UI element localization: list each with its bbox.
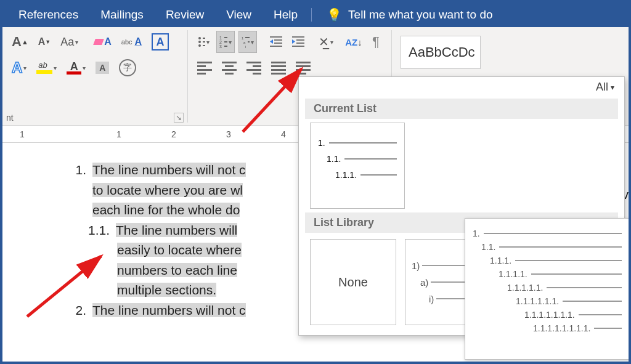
pilcrow-icon: ¶ bbox=[372, 34, 380, 50]
level-label: 1. bbox=[318, 138, 325, 148]
svg-text:1: 1 bbox=[219, 36, 222, 40]
list-number: 1.1. bbox=[58, 220, 116, 241]
character-shading-button[interactable]: A bbox=[92, 57, 112, 79]
level-label: 1.1. bbox=[327, 154, 341, 164]
text-effects-button[interactable]: A▾ bbox=[9, 57, 30, 79]
change-case-button[interactable]: Aa▾ bbox=[57, 31, 81, 53]
text-selection: The line numbers will not c bbox=[92, 163, 246, 177]
current-list-thumb[interactable]: 1. 1.1. 1.1.1. bbox=[310, 123, 405, 209]
svg-rect-1 bbox=[203, 38, 205, 39]
svg-point-4 bbox=[198, 44, 201, 47]
decrease-indent-button[interactable] bbox=[267, 31, 285, 53]
increase-indent-button[interactable] bbox=[289, 31, 307, 53]
character-border-button[interactable]: A bbox=[149, 31, 172, 53]
list-number: 1. bbox=[58, 160, 92, 180]
text-selection: The line numbers will not c bbox=[92, 303, 246, 317]
svg-rect-20 bbox=[274, 42, 282, 44]
align-center-icon bbox=[222, 62, 237, 75]
align-right-button[interactable] bbox=[243, 57, 264, 79]
svg-point-2 bbox=[198, 41, 201, 43]
shrink-font-button[interactable]: A▼ bbox=[35, 31, 54, 53]
text-selection: each line for the whole do bbox=[92, 203, 240, 217]
multilevel-list-button[interactable]: 1ai▾ bbox=[238, 31, 257, 53]
svg-rect-26 bbox=[292, 46, 304, 47]
tab-review[interactable]: Review bbox=[155, 2, 215, 27]
show-hide-paragraph-button[interactable]: ¶ bbox=[367, 31, 385, 53]
svg-rect-23 bbox=[292, 36, 304, 38]
tab-references[interactable]: References bbox=[7, 2, 89, 27]
svg-rect-5 bbox=[203, 45, 205, 46]
svg-rect-18 bbox=[270, 36, 282, 38]
svg-text:2: 2 bbox=[219, 40, 222, 44]
separator bbox=[311, 8, 312, 22]
multilevel-list-icon: 1ai bbox=[242, 36, 250, 48]
bullets-icon bbox=[197, 36, 205, 48]
tab-mailings[interactable]: Mailings bbox=[89, 2, 155, 27]
text-selection: easily to locate where bbox=[117, 243, 242, 257]
font-color-button[interactable]: A▾ bbox=[63, 57, 89, 79]
font-group-label: nt bbox=[6, 113, 14, 123]
svg-point-0 bbox=[198, 37, 201, 39]
lightbulb-icon: 💡 bbox=[327, 7, 342, 22]
clear-formatting-button[interactable]: A bbox=[91, 31, 115, 53]
level-label: a) bbox=[420, 277, 428, 288]
svg-rect-19 bbox=[274, 39, 282, 41]
level-label: i) bbox=[429, 294, 434, 304]
svg-rect-11 bbox=[224, 46, 227, 47]
svg-rect-7 bbox=[224, 37, 227, 38]
tab-view[interactable]: View bbox=[215, 2, 263, 27]
align-left-icon bbox=[197, 62, 212, 75]
svg-rect-3 bbox=[203, 41, 205, 42]
phonetic-guide-button[interactable]: abc A bbox=[118, 31, 145, 53]
justify-button[interactable] bbox=[268, 57, 289, 79]
highlight-color-button[interactable]: ▾ bbox=[33, 57, 60, 79]
increase-indent-icon bbox=[292, 36, 304, 47]
text-selection: to locate where you are wl bbox=[92, 183, 243, 197]
ruler-tick: 4 bbox=[281, 129, 286, 139]
font-group: A▲ A▼ Aa▾ A abc A A A▾ ▾ A▾ A 字 nt ↘ bbox=[2, 27, 187, 125]
grow-font-button[interactable]: A▲ bbox=[9, 31, 31, 53]
section-current-list: Current List bbox=[305, 99, 618, 119]
tab-help[interactable]: Help bbox=[263, 2, 309, 27]
level-label: 1) bbox=[412, 261, 420, 271]
text-selection: multiple sections. bbox=[117, 283, 216, 297]
svg-marker-22 bbox=[270, 39, 273, 44]
all-filter-dropdown[interactable]: All▾ bbox=[596, 81, 614, 94]
svg-marker-27 bbox=[292, 39, 295, 44]
distributed-icon bbox=[296, 62, 311, 75]
ribbon-tabs-bar: References Mailings Review View Help 💡 T… bbox=[2, 2, 629, 27]
align-center-button[interactable] bbox=[219, 57, 240, 79]
svg-rect-25 bbox=[296, 42, 304, 44]
align-left-button[interactable] bbox=[194, 57, 215, 79]
svg-text:i: i bbox=[245, 45, 246, 48]
justify-icon bbox=[271, 62, 286, 75]
font-dialog-launcher-icon[interactable]: ↘ bbox=[174, 113, 184, 123]
list-number: 2. bbox=[58, 301, 92, 321]
text-selection: numbers to each line bbox=[117, 263, 237, 277]
bullets-button[interactable]: ▾ bbox=[194, 31, 213, 53]
ruler-tick: 3 bbox=[226, 129, 231, 139]
svg-rect-21 bbox=[270, 46, 282, 47]
ruler-tick: 1 bbox=[116, 129, 121, 139]
decrease-indent-icon bbox=[270, 36, 282, 47]
numbering-button[interactable]: 123▾ bbox=[216, 31, 235, 53]
svg-text:3: 3 bbox=[219, 44, 222, 48]
svg-text:1: 1 bbox=[242, 36, 244, 40]
svg-rect-24 bbox=[296, 39, 304, 41]
svg-rect-9 bbox=[224, 41, 227, 42]
svg-rect-13 bbox=[245, 37, 250, 38]
list-library-none[interactable]: None bbox=[310, 239, 396, 325]
align-right-icon bbox=[246, 62, 261, 75]
asian-layout-button[interactable]: ✕̲▾ bbox=[317, 31, 335, 53]
style-preview-normal[interactable]: AaBbCcDc bbox=[401, 36, 481, 69]
highlighter-icon bbox=[36, 62, 52, 74]
ruler-tick: 1 bbox=[20, 129, 25, 139]
distributed-button[interactable] bbox=[293, 57, 314, 79]
level-label: 1.1.1. bbox=[335, 170, 357, 180]
tell-me-search[interactable]: Tell me what you want to do bbox=[348, 8, 492, 22]
numbering-icon: 123 bbox=[219, 36, 227, 48]
list-preview-tooltip: 1. 1.1. 1.1.1. 1.1.1.1. 1.1.1.1.1. 1.1.1… bbox=[465, 218, 630, 360]
enclose-characters-button[interactable]: 字 bbox=[116, 57, 139, 79]
sort-button[interactable]: AZ↓ bbox=[344, 31, 363, 53]
text-selection: The line numbers will bbox=[116, 223, 237, 237]
